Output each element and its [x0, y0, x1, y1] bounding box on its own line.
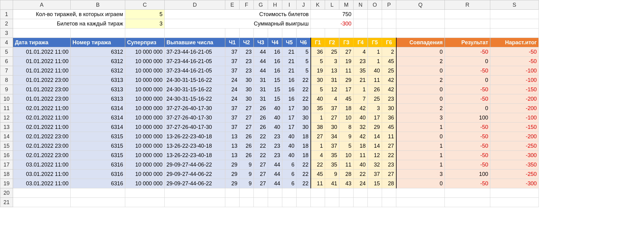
- cell-r21c7[interactable]: [268, 198, 282, 207]
- cell-g1[interactable]: 19: [311, 66, 325, 76]
- row-header-18[interactable]: 18: [0, 170, 13, 179]
- cell-res[interactable]: -50: [445, 179, 490, 188]
- cell-cum[interactable]: -200: [490, 132, 539, 141]
- row-header-14[interactable]: 14: [0, 132, 13, 141]
- cell-r20c15[interactable]: [382, 188, 396, 198]
- cell-g6[interactable]: 28: [382, 179, 396, 188]
- cell-r20c2[interactable]: [125, 188, 165, 198]
- row-header-13[interactable]: 13: [0, 123, 13, 132]
- cell-g4[interactable]: 18: [354, 141, 368, 151]
- cell-g1[interactable]: 1: [311, 141, 325, 151]
- hdr-g4[interactable]: Г4: [354, 38, 368, 47]
- cell-r21c12[interactable]: [339, 198, 354, 207]
- row-header-2[interactable]: 2: [0, 19, 13, 29]
- cell-g3[interactable]: 43: [339, 179, 354, 188]
- cell-ch5[interactable]: 40: [282, 132, 297, 141]
- cell-g3[interactable]: 27: [339, 47, 354, 57]
- cell-g5[interactable]: 14: [368, 141, 382, 151]
- cell-ch5[interactable]: 16: [282, 76, 297, 85]
- cell-g6[interactable]: 36: [382, 113, 396, 123]
- cell-g1[interactable]: 5: [311, 85, 325, 94]
- cell-K2[interactable]: -300: [311, 19, 354, 29]
- cell-num[interactable]: 6315: [71, 141, 125, 151]
- cell-g2[interactable]: 31: [325, 76, 339, 85]
- cell-r3c0[interactable]: [13, 29, 71, 38]
- cell-cum[interactable]: -200: [490, 94, 539, 104]
- cell-drawn[interactable]: 37-23-44-16-21-05: [165, 57, 225, 66]
- cell-O2[interactable]: [368, 19, 382, 29]
- cell-g6[interactable]: 25: [382, 66, 396, 76]
- hdr-g5[interactable]: Г5: [368, 38, 382, 47]
- cell-ch3[interactable]: 22: [254, 132, 268, 141]
- cell-res[interactable]: 0: [445, 104, 490, 113]
- cell-g6[interactable]: 22: [382, 151, 396, 160]
- cell-r21c15[interactable]: [382, 198, 396, 207]
- cell-g6[interactable]: 45: [382, 123, 396, 132]
- cell-num[interactable]: 6315: [71, 151, 125, 160]
- cell-ch4[interactable]: 44: [268, 160, 282, 170]
- cell-r3c2[interactable]: [125, 29, 165, 38]
- cell-prize[interactable]: 10 000 000: [125, 141, 165, 151]
- cell-date[interactable]: 02.01.2022 23:00: [13, 151, 71, 160]
- cell-ch2[interactable]: 30: [240, 76, 254, 85]
- cell-ch2[interactable]: 23: [240, 57, 254, 66]
- cell-g1[interactable]: 45: [311, 170, 325, 179]
- cell-drawn[interactable]: 29-09-27-44-06-22: [165, 179, 225, 188]
- cell-Q2[interactable]: [396, 19, 445, 29]
- cell-r3c4[interactable]: [225, 29, 240, 38]
- cell-match[interactable]: 3: [396, 170, 445, 179]
- row-header-21[interactable]: 21: [0, 198, 13, 207]
- cell-num[interactable]: 6315: [71, 132, 125, 141]
- cell-num[interactable]: 6312: [71, 66, 125, 76]
- cell-ch3[interactable]: 44: [254, 66, 268, 76]
- cell-drawn[interactable]: 37-23-44-16-21-05: [165, 47, 225, 57]
- row-header-15[interactable]: 15: [0, 141, 13, 151]
- cell-g1[interactable]: 36: [311, 47, 325, 57]
- cell-r21c11[interactable]: [325, 198, 339, 207]
- row-header-7[interactable]: 7: [0, 66, 13, 76]
- cell-g2[interactable]: 35: [325, 160, 339, 170]
- cell-res[interactable]: 100: [445, 170, 490, 179]
- cell-g4[interactable]: 21: [354, 76, 368, 85]
- cell-g2[interactable]: 9: [325, 170, 339, 179]
- cell-num[interactable]: 6316: [71, 170, 125, 179]
- cell-ch4[interactable]: 23: [268, 141, 282, 151]
- row-header-1[interactable]: 1: [0, 10, 13, 19]
- cell-prize[interactable]: 10 000 000: [125, 160, 165, 170]
- cell-ch5[interactable]: 6: [282, 179, 297, 188]
- cell-match[interactable]: 1: [396, 141, 445, 151]
- cell-ch6[interactable]: 22: [297, 85, 311, 94]
- hdr-num[interactable]: Номер тиража: [71, 38, 125, 47]
- cell-g4[interactable]: 40: [354, 113, 368, 123]
- cell-prize[interactable]: 10 000 000: [125, 66, 165, 76]
- cell-prize[interactable]: 10 000 000: [125, 94, 165, 104]
- cell-ch3[interactable]: 27: [254, 160, 268, 170]
- cell-ch5[interactable]: 16: [282, 85, 297, 94]
- hdr-g3[interactable]: Г3: [339, 38, 354, 47]
- cell-prize[interactable]: 10 000 000: [125, 151, 165, 160]
- cell-num[interactable]: 6314: [71, 113, 125, 123]
- cell-ch5[interactable]: 40: [282, 151, 297, 160]
- cell-ch4[interactable]: 40: [268, 104, 282, 113]
- col-header-R[interactable]: R: [445, 0, 490, 10]
- cell-cum[interactable]: -150: [490, 85, 539, 94]
- cell-match[interactable]: 0: [396, 66, 445, 76]
- cell-num[interactable]: 6316: [71, 160, 125, 170]
- cell-ch4[interactable]: 40: [268, 113, 282, 123]
- cell-num[interactable]: 6314: [71, 104, 125, 113]
- cell-prize[interactable]: 10 000 000: [125, 104, 165, 113]
- hdr-ch1[interactable]: Ч1: [225, 38, 240, 47]
- cell-r3c8[interactable]: [282, 29, 297, 38]
- cell-g4[interactable]: 32: [354, 123, 368, 132]
- cell-ch5[interactable]: 21: [282, 57, 297, 66]
- cell-match[interactable]: 2: [396, 76, 445, 85]
- cell-g3[interactable]: 19: [339, 57, 354, 66]
- cell-g3[interactable]: 28: [339, 170, 354, 179]
- cell-g6[interactable]: 42: [382, 76, 396, 85]
- cell-drawn[interactable]: 29-09-27-44-06-22: [165, 160, 225, 170]
- cell-r20c12[interactable]: [339, 188, 354, 198]
- cell-date[interactable]: 02.01.2022 11:00: [13, 104, 71, 113]
- cell-R2[interactable]: [445, 19, 490, 29]
- row-header-3[interactable]: 3: [0, 29, 13, 38]
- cell-drawn[interactable]: 24-30-31-15-16-22: [165, 94, 225, 104]
